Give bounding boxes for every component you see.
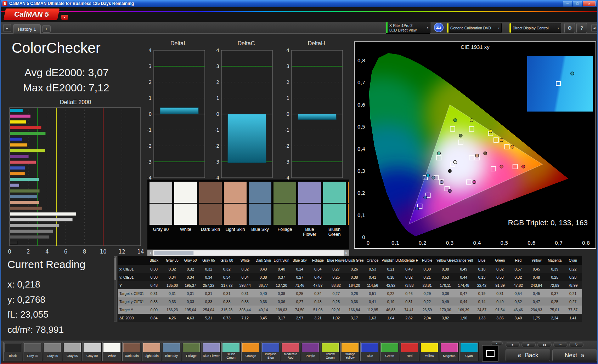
measured-swatch <box>224 182 247 203</box>
measurement-table-wrap: BlackGray 35Gray 50Gray 65Gray 80WhiteDa… <box>118 256 582 322</box>
eject-icon: ▲ <box>496 342 498 345</box>
patch-button-gray-50[interactable]: Gray 50 <box>43 342 62 361</box>
patch-button-blue[interactable]: Blue <box>360 342 379 361</box>
close-button[interactable]: × <box>583 1 596 6</box>
patch-button-label: Dark Skin <box>123 352 140 360</box>
patch-color-swatch <box>183 343 200 352</box>
settings-button[interactable]: ⚙ <box>564 23 575 33</box>
patch-button-foliage[interactable]: Foliage <box>182 342 201 361</box>
deltae-bar-blue-flower <box>10 183 19 187</box>
help-button[interactable]: ? <box>576 23 587 33</box>
row-label: Target x:CIE31 <box>118 289 145 297</box>
target-swatch <box>249 204 271 225</box>
patch-button-cyan[interactable]: Cyan <box>459 342 479 361</box>
deltae-bar-gray-80 <box>10 218 73 221</box>
deltae-bar-gray-65 <box>10 224 59 227</box>
svg-text:-3: -3 <box>147 159 152 165</box>
patch-button-yellow[interactable]: Yellow <box>420 342 439 361</box>
patch-color-swatch <box>421 343 438 352</box>
patch-button-bluish-green[interactable]: Bluish Green <box>221 342 241 361</box>
tab-history-1[interactable]: History 1 <box>13 24 41 34</box>
patch-button-magenta[interactable]: Magenta <box>440 342 459 361</box>
panel-toggle-button[interactable]: ▸ <box>3 24 11 32</box>
source-dropdown[interactable]: Generic Calibration DVD ▼ <box>447 23 502 33</box>
patch-color-swatch <box>123 343 140 352</box>
patch-button-purple[interactable]: Purple <box>301 342 320 361</box>
swatch-label: Gray 80 <box>150 227 172 232</box>
deltal-plot: -4-3-2-101234 <box>143 48 209 184</box>
patch-button-yellow-green[interactable]: Yellow Green <box>321 342 340 361</box>
target-swatch <box>273 204 296 225</box>
pattern-window-button[interactable] <box>482 345 498 362</box>
cell-purple-x: 0,30 <box>418 265 436 273</box>
patch-button-white[interactable]: White <box>102 342 122 361</box>
swatch-cell-light-skin: Light Skin <box>224 182 247 247</box>
patch-button-red[interactable]: Red <box>400 342 419 361</box>
cell-gray-35-ty: 0,33 <box>163 297 181 306</box>
col-header-orange-yellow: Orange Yellow <box>455 256 473 265</box>
patch-button-blue-sky[interactable]: Blue Sky <box>162 342 181 361</box>
maximize-button[interactable]: □ <box>573 1 582 6</box>
titlebar: 5 CalMAN 5 CalMAN Ultimate for Business … <box>1 0 597 7</box>
table-scrollbar[interactable] <box>114 256 117 322</box>
patch-button-moderate-red[interactable]: Moderate Red <box>281 342 300 361</box>
svg-text:-2: -2 <box>147 143 152 149</box>
patch-button-gray-65[interactable]: Gray 65 <box>63 342 82 361</box>
cell-orange-yellow-y: 0,44 <box>455 273 473 281</box>
back-button[interactable]: « Back <box>506 349 550 361</box>
pause-button[interactable]: ▮▮ <box>537 342 552 347</box>
scroll-left-icon[interactable]: ◄ <box>147 250 153 256</box>
patch-color-swatch <box>4 343 21 352</box>
cell-green-y: 0,53 <box>491 273 509 281</box>
scrollbar-thumb[interactable] <box>114 257 116 280</box>
svg-text:0,1: 0,1 <box>391 240 399 246</box>
col-header-orange: Orange <box>363 256 382 265</box>
col-header-purple: Purple <box>418 256 436 265</box>
patch-button-dark-skin[interactable]: Dark Skin <box>122 342 141 361</box>
continuous-button[interactable]: ∞ <box>553 342 568 347</box>
cell-blue-tY: 24,87 <box>473 306 491 314</box>
deltae-bar-cyan <box>10 109 23 112</box>
meter-dropdown[interactable]: X-Rite i1Pro 2 LCD Direct View ▼ <box>386 22 430 34</box>
patch-button-orange-yellow[interactable]: Orange Yellow <box>340 342 360 361</box>
cell-yellow-green-tY: 170,36 <box>436 306 455 314</box>
patch-button-purplish-blue[interactable]: Purplish Blue <box>261 342 280 361</box>
col-header-blue: Blue <box>473 256 491 265</box>
cell-magenta-tY: 75,01 <box>546 306 564 314</box>
patch-button-orange[interactable]: Orange <box>241 342 260 361</box>
add-tab-button[interactable]: + <box>42 25 51 33</box>
display-control-dropdown[interactable]: Direct Display Control ▼ <box>509 23 561 33</box>
patch-button-light-skin[interactable]: Light Skin <box>142 342 161 361</box>
stop-button[interactable]: ■ <box>506 342 520 347</box>
swatch-strip: Gray 80WhiteDark SkinLight SkinBlue SkyF… <box>147 180 349 249</box>
cell-gray-50-ty: 0,33 <box>181 297 199 306</box>
svg-text:2: 2 <box>216 79 219 85</box>
cell-dark-skin-tx: 0,40 <box>254 289 272 297</box>
play-button[interactable]: ▶ <box>521 342 536 347</box>
patch-button-green[interactable]: Green <box>380 342 399 361</box>
patch-button-gray-80[interactable]: Gray 80 <box>83 342 102 361</box>
measured-swatch <box>199 182 222 203</box>
swatch-scrollbar[interactable]: ◄ ► <box>147 250 349 256</box>
col-header-gray-50: Gray 50 <box>181 256 199 265</box>
logo-dropdown[interactable]: ▼ <box>61 15 68 20</box>
patch-button-blue-flower[interactable]: Blue Flower <box>202 342 221 361</box>
patch-color-swatch <box>103 343 120 352</box>
transport-controls: ■▶▮▮∞↻ <box>506 342 583 347</box>
cell-bluish-green-tx: 0,26 <box>345 289 363 297</box>
minimize-button[interactable]: ─ <box>563 1 572 6</box>
loop-button[interactable]: ↻ <box>569 342 583 347</box>
gear-icon: ⚙ <box>568 25 572 31</box>
eject-button[interactable]: ▲ <box>491 341 503 345</box>
svg-text:0,8: 0,8 <box>582 240 590 246</box>
patch-button-gray-35[interactable]: Gray 35 <box>23 342 42 361</box>
cell-purplish-blue-tY: 46,83 <box>382 306 400 314</box>
cell-cyan-x: 0,22 <box>564 265 582 273</box>
collapse-panel-button[interactable]: ◀ <box>591 24 597 32</box>
scroll-right-icon[interactable]: ► <box>344 250 349 256</box>
patch-button-label: Gray 80 <box>84 352 101 360</box>
scrollbar-thumb[interactable] <box>154 251 193 255</box>
next-button[interactable]: Next » <box>552 349 597 361</box>
patch-button-black[interactable]: Black <box>3 342 22 361</box>
max-de2000: Max dE2000: 7,12 <box>23 82 109 94</box>
